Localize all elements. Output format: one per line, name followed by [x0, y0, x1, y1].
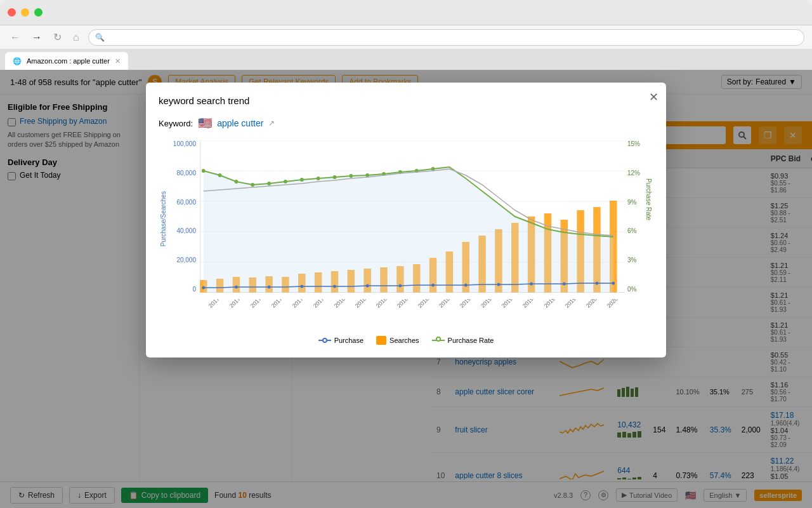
modal-overlay: keyword search trend ✕ Keyword: 🇺🇸 apple… [0, 70, 812, 508]
x-label: 2020-01 [584, 299, 603, 309]
x-label: 2017-03 [228, 299, 247, 309]
svg-point-77 [366, 284, 369, 288]
svg-point-82 [530, 283, 533, 286]
x-label: 2017-05 [249, 299, 268, 309]
x-label: 2017-07 [270, 299, 289, 309]
tab-title: Amazon.com : apple cutter [27, 57, 110, 65]
x-label: 2018-07 [396, 299, 415, 309]
svg-point-85 [612, 282, 615, 285]
x-label: 2018-09 [417, 299, 436, 309]
x-label: 2017-11 [312, 299, 331, 309]
x-label: 2019-01 [459, 299, 478, 309]
y-axis-left-label: Purchase/Searches [160, 191, 167, 246]
legend-purchase-rate: Purchase Rate [432, 337, 494, 344]
svg-point-78 [398, 284, 402, 288]
main-content: 1-48 of 958 results for "apple cutter" S… [0, 70, 812, 508]
x-label: 2019-09 [542, 299, 561, 309]
svg-point-83 [563, 283, 566, 286]
svg-point-76 [333, 285, 336, 288]
x-label: 2020-03 [605, 299, 624, 309]
svg-point-58 [218, 173, 222, 177]
svg-point-63 [300, 178, 304, 182]
modal-close-button[interactable]: ✕ [649, 90, 658, 104]
keyword-line: Keyword: 🇺🇸 apple cutter ↗ [159, 116, 653, 130]
y-label-left-5: 20,000 [176, 257, 196, 264]
browser-tab[interactable]: 🌐 Amazon.com : apple cutter ✕ [5, 52, 128, 70]
x-label: 2018-05 [375, 299, 394, 309]
y-axis-right-label: Purchase Rate [645, 178, 652, 220]
svg-point-60 [251, 183, 254, 187]
tab-close-button[interactable]: ✕ [115, 57, 121, 65]
chart-area: 100,000 80,000 60,000 40,000 20,000 0 Pu… [159, 140, 653, 331]
external-link-icon[interactable]: ↗ [268, 119, 275, 128]
svg-point-59 [235, 180, 239, 184]
x-label: 2017-09 [291, 299, 310, 309]
svg-point-64 [317, 177, 320, 180]
window-chrome [0, 0, 812, 25]
y-label-right-4: 6% [627, 227, 636, 234]
forward-button[interactable]: → [29, 30, 44, 44]
svg-point-65 [333, 175, 337, 179]
home-button[interactable]: ⌂ [70, 30, 82, 44]
svg-point-62 [284, 180, 287, 184]
y-label-left-6: 0 [192, 286, 196, 293]
address-bar[interactable]: 🔍 [88, 29, 804, 46]
y-label-right-1: 15% [627, 140, 640, 147]
browser-bar: ← → ↻ ⌂ 🔍 [0, 25, 812, 50]
y-label-left-4: 40,000 [176, 227, 196, 234]
svg-point-80 [464, 284, 468, 287]
modal-title: keyword search trend [159, 95, 653, 106]
x-axis-labels: 2017-01 2017-03 2017-05 2017-07 2017-09 … [200, 299, 625, 331]
svg-point-84 [596, 282, 599, 285]
svg-point-73 [235, 286, 238, 289]
x-label: 2019-07 [521, 299, 540, 309]
chart-svg [200, 140, 625, 293]
x-label: 2018-03 [354, 299, 373, 309]
flag-icon: 🇺🇸 [198, 116, 212, 130]
x-label: 2017-01 [207, 299, 226, 309]
tab-favicon: 🌐 [13, 57, 22, 65]
maximize-button[interactable] [34, 8, 43, 17]
svg-point-57 [202, 169, 206, 173]
svg-point-61 [267, 182, 271, 185]
x-label: 2019-05 [501, 299, 520, 309]
modal-keyword-value: apple cutter [217, 118, 263, 128]
y-label-right-3: 9% [627, 199, 636, 206]
x-label: 2019-11 [563, 299, 582, 309]
search-icon: 🔍 [95, 33, 105, 42]
close-button[interactable] [8, 8, 16, 17]
y-label-left-2: 80,000 [176, 170, 196, 177]
y-label-right-6: 0% [627, 286, 636, 293]
x-label: 2018-01 [333, 299, 352, 309]
svg-point-74 [268, 286, 271, 289]
legend-purchase: Purchase [318, 337, 363, 344]
y-label-right-5: 3% [627, 257, 636, 264]
y-label-right-2: 12% [627, 170, 640, 177]
tab-bar: 🌐 Amazon.com : apple cutter ✕ [0, 50, 812, 70]
legend-searches: Searches [376, 336, 419, 345]
chart-legend: Purchase Searches Purchase Rate [159, 336, 653, 345]
svg-point-79 [431, 284, 435, 287]
y-label-left-1: 100,000 [173, 140, 196, 147]
svg-point-66 [349, 174, 353, 178]
minimize-button[interactable] [21, 8, 29, 17]
refresh-browser-button[interactable]: ↻ [51, 30, 64, 44]
svg-point-72 [202, 286, 205, 290]
keyword-trend-modal: keyword search trend ✕ Keyword: 🇺🇸 apple… [146, 83, 666, 358]
svg-point-81 [497, 283, 501, 286]
back-button[interactable]: ← [8, 30, 23, 44]
x-label: 2019-03 [480, 299, 499, 309]
svg-point-75 [300, 285, 303, 288]
y-label-left-3: 60,000 [176, 199, 196, 206]
x-label: 2018-11 [438, 299, 457, 309]
keyword-label: Keyword: [159, 119, 193, 128]
